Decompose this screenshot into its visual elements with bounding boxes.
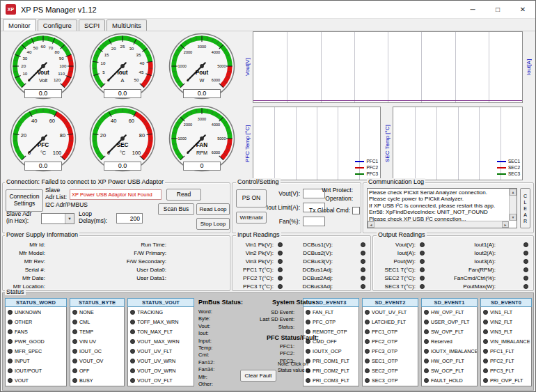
status-item-sw-ocp-flt[interactable]: SW_OCP_FLT: [422, 366, 477, 375]
scrollbar-track[interactable]: [375, 221, 502, 228]
maximize-button[interactable]: □: [485, 1, 510, 18]
scroll-right-icon[interactable]: ►: [502, 221, 509, 228]
list-body: TRACKINGTOFF_MAX_WRNTON_MAX_FLTVOUT_MAX_…: [127, 307, 194, 386]
status-item-pfc2-otp[interactable]: PFC2_OTP: [363, 336, 418, 346]
operation-label: Operation:: [310, 196, 353, 203]
fan-set-input[interactable]: [303, 217, 325, 226]
log-horizontal-scrollbar[interactable]: ◄ ►: [368, 221, 509, 228]
field-label: Vin1 Pk(V):: [236, 242, 274, 248]
status-item-toff-max-wrn[interactable]: TOFF_MAX_WRN: [128, 317, 194, 327]
status-item-fault-hold[interactable]: FAULT_HOLD: [422, 375, 477, 385]
close-button[interactable]: ✕: [510, 1, 535, 18]
status-item-ton-max-flt[interactable]: TON_MAX_FLT: [128, 327, 194, 336]
status-item-vin1-flt[interactable]: VIN1_FLT: [481, 307, 531, 317]
status-item-iout-oc[interactable]: IOUT_OC: [70, 346, 124, 356]
status-item-temp[interactable]: TEMP: [70, 327, 124, 336]
chart-gridline: [421, 32, 422, 102]
tab-scpi[interactable]: SCPI: [79, 19, 105, 31]
status-item-vout-ov-flt[interactable]: VOUT_OV_FLT: [128, 375, 194, 385]
tx-global-cmd-checkbox[interactable]: [352, 207, 360, 214]
status-item-pfc1-flt[interactable]: PFC1_FLT: [481, 346, 531, 356]
status-item-pri-ovp-flt[interactable]: PRI_OVP_FLT: [481, 375, 531, 385]
status-item-unknown[interactable]: UNKNOWN: [6, 307, 66, 317]
status-item-pri-com1-flt[interactable]: PRI_COM1_FLT: [304, 356, 358, 366]
field-label: Vout:: [198, 323, 232, 330]
status-item-iout-pout[interactable]: IOUT/POUT: [6, 366, 66, 375]
status-item-other[interactable]: OTHER: [6, 317, 66, 327]
status-item-vin-uv[interactable]: VIN UV: [70, 336, 124, 346]
status-item-mfr-spec[interactable]: MFR_SPEC: [6, 346, 66, 356]
status-led-icon: [130, 329, 135, 334]
status-led-icon: [130, 320, 135, 324]
status-item-sw-ovp-flt[interactable]: SW_OVP_FLT: [422, 327, 477, 336]
tab-configure[interactable]: Configure: [38, 19, 77, 31]
status-item-pfc3-otp[interactable]: PFC3_OTP: [363, 346, 418, 356]
status-item-vout[interactable]: VOUT: [6, 375, 66, 385]
status-item-sec3-otp[interactable]: SEC3_OTP: [363, 375, 418, 385]
status-led-icon: [483, 320, 488, 324]
status-led-icon: [424, 320, 429, 324]
comm-log-textarea[interactable]: Please check PICkit Serial Analyzer conn…: [367, 188, 517, 228]
status-item-vin-imbalance[interactable]: VIN_IMBALANCE: [481, 336, 531, 346]
scan-bus-button[interactable]: Scan Bus: [158, 203, 194, 215]
status-item-input[interactable]: INPUT: [6, 356, 66, 366]
status-item-pfc3-flt[interactable]: PFC3_FLT: [481, 366, 531, 375]
field-label: PFC2:: [237, 350, 294, 357]
value-led-icon: [420, 259, 425, 264]
status-note-line2: Status value to: [278, 368, 310, 373]
adaptor-status-box[interactable]: XP Power USB Adaptor Not Found: [70, 189, 161, 200]
status-item-vout-uv-flt[interactable]: VOUT_UV_FLT: [128, 346, 194, 356]
read-loop-button[interactable]: Read Loop: [196, 203, 230, 215]
status-item-sec1-otp[interactable]: SEC1_OTP: [363, 356, 418, 366]
status-item-user-ovp-flt[interactable]: USER_OVP_FLT: [422, 317, 477, 327]
status-item-ioutx-imbalance[interactable]: IOUTX_IMBALANCE: [422, 346, 477, 356]
stop-loop-button[interactable]: Stop Loop: [196, 218, 230, 230]
status-item-label: VOUT_OV_WRN: [137, 368, 176, 374]
clear-fault-button[interactable]: Clear Fault: [240, 370, 276, 382]
status-item-vout-uv-wrn[interactable]: VOUT_UV_WRN: [128, 356, 194, 366]
status-item-pfc1-otp[interactable]: PFC1_OTP: [363, 327, 418, 336]
status-item-pfc2-flt[interactable]: PFC2_FLT: [481, 356, 531, 366]
status-item-vout-max-wrn[interactable]: VOUT_MAX_WRN: [128, 336, 194, 346]
status-item-vin3-flt[interactable]: VIN3_FLT: [481, 327, 531, 336]
status-item-latched-flt[interactable]: LATCHED_FLT: [363, 317, 418, 327]
status-item-vout-ov-wrn[interactable]: VOUT_OV_WRN: [128, 366, 194, 375]
tab-multiunits[interactable]: MultiUnits: [107, 19, 147, 31]
read-button[interactable]: Read: [166, 189, 201, 201]
clear-log-button[interactable]: CLEAR: [520, 188, 530, 228]
chevron-down-icon[interactable]: ▼: [65, 214, 74, 224]
status-item-busy[interactable]: BUSY: [70, 375, 124, 385]
status-item-vin2-flt[interactable]: VIN2_FLT: [481, 317, 531, 327]
status-item-pri-com3-flt[interactable]: PRI_COM3_FLT: [304, 375, 358, 385]
legend-label: SEC1: [508, 159, 520, 164]
status-item-vout-ov[interactable]: VOUT_OV: [70, 356, 124, 366]
log-vertical-scrollbar[interactable]: ▲ ▼: [509, 189, 517, 221]
status-led-icon: [424, 329, 429, 334]
status-item-off[interactable]: OFF: [70, 366, 124, 375]
scroll-down-icon[interactable]: ▼: [510, 214, 517, 221]
status-item-pwr-good[interactable]: PWR_GOOD: [6, 336, 66, 346]
loop-delay-input[interactable]: 200: [116, 213, 143, 224]
scroll-left-icon[interactable]: ◄: [368, 221, 375, 228]
status-item-hw-ocp-flt[interactable]: HW_OCP_FLT: [422, 356, 477, 366]
status-item-ioutx-ocp[interactable]: IOUTX_OCP: [304, 346, 358, 356]
status-item-tracking[interactable]: TRACKING: [128, 307, 194, 317]
status-item-vout-uv-flt[interactable]: VOUT_UV_FLT: [363, 307, 418, 317]
status-item-pfc-otp[interactable]: PFC_OTP: [304, 317, 358, 327]
wrt-enabl-button[interactable]: WrtEnabl: [236, 212, 267, 224]
status-item-fan-flt[interactable]: FAN_FLT: [304, 307, 358, 317]
slave-adr-combo[interactable]: ▼: [41, 213, 74, 224]
tab-monitor[interactable]: Monitor: [3, 19, 36, 31]
legend-entry-sec2: SEC2: [497, 164, 520, 171]
status-item-pri-com2-flt[interactable]: PRI_COM2_FLT: [304, 366, 358, 375]
scroll-up-icon[interactable]: ▲: [510, 189, 517, 196]
status-item-fans[interactable]: FANS: [6, 327, 66, 336]
minimize-button[interactable]: ─: [460, 1, 485, 18]
status-item-hw-ovp-flt[interactable]: HW_OVP_FLT: [422, 307, 477, 317]
status-item-sec2-otp[interactable]: SEC2_OTP: [363, 366, 418, 375]
status-item-reserved[interactable]: Reserved: [422, 336, 477, 346]
scrollbar-track[interactable]: [510, 196, 517, 214]
status-item-cml[interactable]: CML: [70, 317, 124, 327]
connection-settings-button[interactable]: Connection Settings: [6, 189, 43, 212]
status-item-none[interactable]: NONE: [70, 307, 124, 317]
